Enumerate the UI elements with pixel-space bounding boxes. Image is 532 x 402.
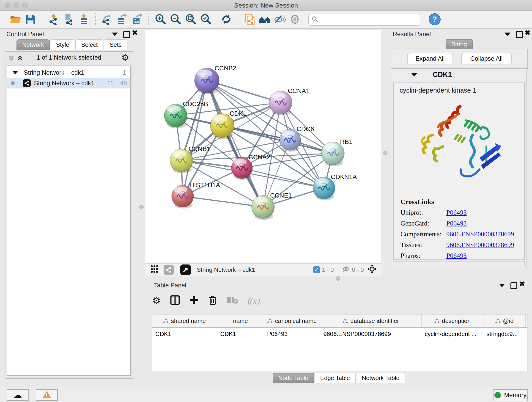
crosslink-link[interactable]: P06493 (446, 209, 467, 216)
node-CCNA1[interactable] (269, 91, 292, 115)
table-cell[interactable]: CDK1 (217, 327, 264, 340)
zoom-in-button[interactable] (153, 12, 168, 27)
tab-string[interactable]: String (446, 39, 473, 50)
table-cell[interactable]: P06493 (264, 327, 320, 340)
panel-float-icon[interactable] (516, 31, 523, 39)
open-session-button[interactable] (8, 12, 23, 27)
import-network-file-button[interactable] (46, 12, 61, 27)
warnings-button[interactable] (36, 389, 58, 401)
zoom-out-button[interactable] (168, 12, 183, 27)
memory-button[interactable]: Memory (493, 389, 528, 401)
apply-layout-button[interactable] (219, 12, 234, 27)
right-splitter-handle[interactable] (383, 151, 387, 155)
collapse-all-button[interactable]: Collapse All (461, 53, 512, 64)
node-CDC6[interactable] (279, 129, 301, 152)
crosslink-link[interactable]: P06493 (446, 220, 467, 227)
panel-close-icon[interactable]: ✖ (525, 30, 530, 36)
crosslink-link[interactable]: 9606.ENSP00000378699 (446, 230, 514, 238)
import-network-database-button[interactable] (61, 12, 76, 27)
share-view-icon[interactable] (164, 265, 174, 275)
node-RB1[interactable] (322, 142, 344, 166)
birdseye-view-icon[interactable] (180, 264, 191, 275)
network-graph[interactable]: CCNB2CCNA1CDC25BCDK1CDC6RB1CCNB1CCNA2CDK… (145, 30, 381, 263)
table-cell[interactable]: CDK1 (152, 327, 217, 340)
panel-menu-caret-icon[interactable] (499, 284, 505, 288)
network-options-gear-icon[interactable]: ⚙ (121, 53, 129, 62)
tree-expand-caret-icon[interactable] (12, 71, 18, 74)
column-header-shared-name[interactable]: shared name (152, 314, 217, 327)
show-eye-button[interactable] (287, 12, 302, 27)
table-cell[interactable]: stringdb:9... (483, 327, 526, 340)
zoom-fit-button[interactable] (183, 12, 198, 27)
tab-node-table[interactable]: Node Table (273, 373, 314, 383)
node-CDK1[interactable] (210, 114, 234, 139)
export-image-button[interactable] (130, 12, 145, 27)
node-CCNE1[interactable] (252, 196, 274, 220)
panel-menu-caret-icon[interactable] (505, 32, 510, 37)
zoom-selected-button[interactable] (198, 12, 213, 27)
panel-close-icon[interactable]: ✖ (132, 30, 138, 36)
add-column-icon[interactable] (189, 295, 199, 306)
column-header-name[interactable]: name (217, 314, 264, 327)
column-header-description[interactable]: description (422, 314, 483, 327)
network-row-selected[interactable]: String Network – cdk1 11 48 (7, 78, 130, 89)
panel-float-icon[interactable] (510, 282, 517, 290)
column-header-namespace[interactable]: namespace (525, 314, 527, 327)
hide-panel-button[interactable] (272, 12, 287, 27)
show-columns-icon[interactable] (170, 295, 180, 306)
tab-select[interactable]: Select (75, 39, 103, 50)
home-button[interactable] (257, 12, 272, 27)
node-CCNA2[interactable] (231, 157, 253, 180)
node-table[interactable]: shared namenamecanonical namedatabase id… (152, 314, 527, 371)
cloud-status-button[interactable]: ☁ (7, 389, 29, 401)
edge-HIST1H1A-CCNE1[interactable] (183, 196, 263, 207)
bottom-splitter-handle[interactable] (336, 276, 340, 281)
function-builder-icon[interactable]: f(x) (247, 295, 260, 306)
table-cell[interactable]: cyclin-dependent ... (422, 327, 483, 340)
node-CDC25B[interactable] (164, 104, 187, 128)
column-header--id[interactable]: @id (483, 314, 526, 327)
node-CCNB1[interactable] (170, 149, 193, 173)
crosslink-link[interactable]: 9606.ENSP00000378699 (446, 241, 514, 249)
panel-close-icon[interactable]: ✖ (519, 281, 525, 287)
grid-view-icon[interactable] (150, 265, 158, 275)
search-input[interactable] (318, 16, 411, 23)
delete-table-icon[interactable] (226, 296, 238, 306)
column-header-canonical-name[interactable]: canonical name (264, 314, 320, 327)
table-row[interactable]: CDK1CDK1P064939606.ENSP00000378699cyclin… (152, 327, 527, 340)
node-CCNB2[interactable] (195, 68, 219, 94)
export-table-button[interactable] (114, 12, 130, 27)
node-HIST1H1A[interactable] (172, 185, 194, 209)
column-header-database-identifier[interactable]: database identifier (320, 314, 421, 327)
crosslink-link[interactable]: P06493 (446, 252, 467, 259)
tab-style[interactable]: Style (50, 39, 75, 50)
import-table-button[interactable] (76, 12, 91, 27)
panel-float-icon[interactable] (123, 31, 130, 39)
save-session-button[interactable] (23, 12, 38, 27)
edge-CCNB2-HIST1H1A[interactable] (183, 80, 207, 196)
search-field[interactable] (308, 14, 420, 26)
tab-sets[interactable]: Sets (104, 39, 127, 50)
export-network-button[interactable] (99, 12, 114, 27)
tab-network-table[interactable]: Network Table (356, 373, 405, 383)
help-button[interactable]: ? (427, 12, 442, 27)
tab-network[interactable]: Network (17, 39, 50, 50)
gene-section-header[interactable]: CDK1 (391, 69, 526, 81)
panel-menu-caret-icon[interactable] (112, 32, 118, 37)
table-cell[interactable]: 9606.ENSP00000378699 (320, 327, 421, 340)
table-options-gear-icon[interactable]: ⚙ (152, 296, 161, 306)
network-canvas[interactable]: CCNB2CCNA1CDC25BCDK1CDC6RB1CCNB1CCNA2CDK… (145, 30, 381, 263)
fit-selected-crosshair-icon[interactable] (367, 264, 377, 276)
selected-checkbox-icon[interactable]: ✓ (313, 266, 320, 273)
share-network-button[interactable] (242, 12, 257, 27)
table-cell[interactable]: stringdb (525, 327, 527, 340)
tab-edge-table[interactable]: Edge Table (315, 373, 356, 383)
left-splitter-handle[interactable] (139, 205, 144, 210)
delete-column-trash-icon[interactable] (208, 295, 217, 306)
section-collapse-caret-icon[interactable] (411, 73, 418, 77)
network-collection-row[interactable]: String Network – cdk1 1 (7, 67, 130, 78)
hidden-eye-icon[interactable] (342, 266, 350, 274)
expand-all-button[interactable]: Expand All (407, 53, 453, 64)
results-horizontal-scrollbar[interactable] (393, 261, 525, 266)
node-CDKN1A[interactable] (313, 177, 335, 200)
